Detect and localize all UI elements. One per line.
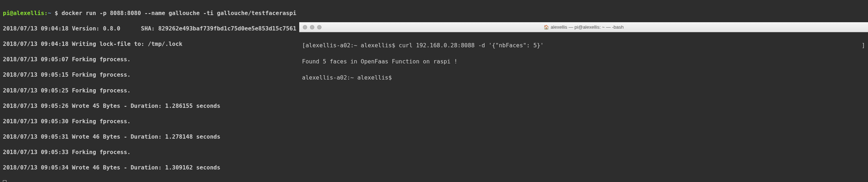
prompt-user: alexellis$ <box>357 74 392 81</box>
close-button[interactable] <box>303 25 307 29</box>
output-line: 2018/07/13 09:05:26 Wrote 45 Bytes - Dur… <box>3 102 296 110</box>
window-titlebar[interactable]: 🏠 alexellis — pi@alexellis: ~ — -bash <box>299 22 868 32</box>
window-title: 🏠 alexellis — pi@alexellis: ~ — -bash <box>544 24 624 30</box>
output-line: 2018/07/13 09:05:34 Wrote 46 Bytes - Dur… <box>3 164 296 172</box>
home-icon: 🏠 <box>544 25 549 30</box>
right-window: 🏠 alexellis — pi@alexellis: ~ — -bash [a… <box>299 22 868 182</box>
traffic-lights <box>303 25 321 29</box>
window-title-text: alexellis — pi@alexellis: ~ — -bash <box>551 24 624 30</box>
left-terminal[interactable]: pi@alexellis:~ $ docker run -p 8088:8080… <box>0 0 299 182</box>
prompt-host: alexellis-a02: <box>305 42 354 49</box>
output-line: 2018/07/13 09:04:18 Writing lock-file to… <box>3 40 296 48</box>
prompt-symbol: $ <box>55 10 58 16</box>
cursor <box>3 180 6 182</box>
output-line: 2018/07/13 09:05:31 Wrote 46 Bytes - Dur… <box>3 133 296 141</box>
output-line: 2018/07/13 09:04:18 Version: 0.8.0 SHA: … <box>3 25 296 33</box>
output-line: 2018/07/13 09:05:33 Forking fprocess. <box>3 148 296 156</box>
minimize-button[interactable] <box>310 25 314 29</box>
prompt-host: alexellis-a02: <box>302 74 350 81</box>
command-text: curl 192.168.0.28:8088 -d '{"nbFaces": 5… <box>399 42 544 49</box>
output-line: 2018/07/13 09:05:15 Forking fprocess. <box>3 71 296 79</box>
right-terminal[interactable]: [alexellis-a02:~ alexellis$ curl 192.168… <box>299 32 868 182</box>
output-line: 2018/07/13 09:05:07 Forking fprocess. <box>3 56 296 63</box>
prompt-user: alexellis$ <box>361 42 395 49</box>
prompt-user: pi@alexellis <box>3 10 44 16</box>
maximize-button[interactable] <box>317 25 321 29</box>
command-text: docker run -p 8088:8080 --name gallouche… <box>62 10 296 16</box>
output-line: Found 5 faces in OpenFaas Function on ra… <box>302 58 865 66</box>
prompt-path: ~ <box>354 42 357 49</box>
output-line: 2018/07/13 09:05:30 Forking fprocess. <box>3 118 296 125</box>
prompt-path: ~ <box>48 10 51 16</box>
prompt-path: ~ <box>350 74 354 81</box>
output-line: 2018/07/13 09:05:25 Forking fprocess. <box>3 87 296 95</box>
